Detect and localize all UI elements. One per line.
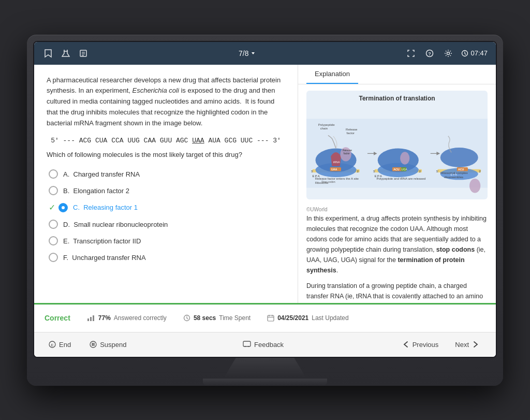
last-updated-date: 04/25/2021	[277, 314, 308, 322]
suspend-label: Suspend	[100, 341, 126, 349]
svg-text:Ribosome: Ribosome	[315, 181, 329, 184]
option-c-label: C. Releasing factor 1	[73, 204, 138, 211]
svg-rect-56	[268, 315, 274, 321]
svg-point-46	[469, 179, 480, 193]
svg-text:3′: 3′	[357, 169, 359, 172]
stop-codons-bold: stop codons	[436, 246, 475, 253]
date-stat: 04/25/2021 Last Updated	[267, 314, 348, 322]
next-button[interactable]: Next	[449, 338, 485, 352]
svg-rect-53	[90, 317, 92, 321]
top-bar: 7/8 ?	[34, 42, 496, 65]
option-d-label: D. Small nuclear ribonucleoprotein	[63, 221, 168, 228]
svg-text:UAA: UAA	[331, 168, 337, 171]
monitor-stand	[224, 358, 306, 379]
progress-indicator[interactable]: 7/8	[239, 49, 256, 57]
svg-rect-63	[92, 343, 93, 346]
radio-f[interactable]	[49, 253, 58, 262]
radio-e[interactable]	[49, 236, 58, 245]
fullscreen-icon[interactable]	[405, 48, 417, 59]
svg-rect-65	[243, 341, 251, 346]
settings-icon[interactable]	[443, 48, 454, 59]
svg-text:ACU: ACU	[393, 168, 400, 171]
nav-left: E End Suspend	[45, 339, 130, 351]
status-bar: Correct 77% Answered correctly 58 secs T…	[34, 303, 496, 332]
svg-rect-54	[93, 315, 94, 321]
timer: 07:47	[461, 49, 488, 57]
option-d[interactable]: D. Small nuclear ribonucleoprotein	[47, 216, 285, 233]
option-b[interactable]: B. Elongation factor 2	[47, 182, 285, 199]
svg-text:3′: 3′	[479, 169, 481, 172]
time-label: Time Spent	[219, 314, 251, 322]
notes-icon[interactable]	[78, 48, 89, 59]
svg-text:tRNA: tRNA	[333, 160, 340, 163]
previous-button[interactable]: Previous	[396, 338, 445, 352]
explanation-text-block: In this experiment, a drug affects prote…	[306, 213, 488, 303]
option-e-label: E. Transcription factor IID	[63, 237, 141, 245]
passage-text: A pharmaceutical researcher develops a n…	[47, 75, 285, 129]
option-a-label: A. Charged transfer RNA	[63, 170, 140, 178]
progress-text: 7/8	[239, 49, 248, 57]
option-a[interactable]: A. Charged transfer RNA	[47, 166, 285, 182]
previous-label: Previous	[413, 341, 439, 349]
option-e[interactable]: E. Transcription factor IID	[47, 233, 285, 249]
svg-text:Release: Release	[343, 149, 352, 151]
option-f-label: F. Uncharged transfer RNA	[63, 254, 146, 262]
toolbar-left	[42, 48, 89, 59]
diagram-container: Termination of translation Polypeptide c…	[306, 91, 488, 199]
last-updated-label: Last Updated	[312, 314, 348, 322]
svg-point-62	[90, 341, 96, 347]
radio-a[interactable]	[49, 169, 58, 179]
explanation-panel: Explanation Termination of translation P…	[298, 65, 496, 303]
svg-text:factor: factor	[347, 131, 355, 135]
highlighted-codon: UAA	[192, 137, 204, 144]
svg-text:factor: factor	[344, 152, 350, 154]
svg-text:UGA: UGA	[401, 168, 407, 171]
svg-text:Polypeptide and tRNA are relea: Polypeptide and tRNA are released	[376, 177, 425, 180]
screen: 7/8 ?	[33, 41, 497, 358]
time-stat: 58 secs Time Spent	[183, 314, 251, 322]
checkmark-icon: ✓	[49, 202, 55, 212]
toolbar-right: ? 07:47	[405, 48, 488, 59]
option-c[interactable]: ✓ C. Releasing factor 1	[47, 199, 285, 216]
svg-text:?: ?	[429, 51, 432, 56]
svg-rect-52	[87, 318, 89, 321]
explanation-content: Termination of translation Polypeptide c…	[298, 84, 496, 303]
question-stem: Which of following molecules is the most…	[47, 151, 285, 158]
feedback-button[interactable]: Feedback	[243, 341, 284, 349]
svg-text:chain: chain	[320, 126, 328, 129]
svg-text:3′: 3′	[419, 169, 421, 172]
feedback-label: Feedback	[254, 341, 284, 349]
bookmark-icon[interactable]	[42, 48, 54, 59]
main-content: A pharmaceutical researcher develops a n…	[34, 65, 496, 303]
next-label: Next	[455, 341, 469, 349]
tab-explanation[interactable]: Explanation	[306, 65, 358, 84]
nav-right: Previous Next	[396, 338, 485, 352]
explanation-p2: During translation of a growing peptide …	[306, 282, 487, 303]
option-b-label: B. Elongation factor 2	[63, 187, 129, 195]
question-panel: A pharmaceutical researcher develops a n…	[34, 65, 298, 303]
radio-b[interactable]	[49, 186, 58, 195]
monitor-base	[203, 379, 327, 386]
radio-d[interactable]	[49, 220, 58, 229]
end-label: End	[59, 341, 71, 349]
svg-text:Ribosomal complex: Ribosomal complex	[440, 170, 468, 174]
svg-point-40	[440, 147, 478, 167]
svg-point-30	[400, 152, 409, 164]
answered-label: Answered correctly	[114, 314, 167, 322]
suspend-button[interactable]: Suspend	[85, 339, 130, 351]
help-icon[interactable]: ?	[424, 48, 435, 59]
diagram-title: Termination of translation	[306, 91, 488, 104]
codon-sequence: 5′ --- ACG CUA CCA UUG CAA GUU AGC UAA A…	[47, 137, 285, 144]
svg-text:disassembles: disassembles	[444, 175, 463, 178]
svg-text:5′: 5′	[373, 169, 375, 172]
lab-icon[interactable]	[60, 48, 71, 59]
svg-text:5′: 5′	[311, 169, 313, 172]
option-f[interactable]: F. Uncharged transfer RNA	[47, 249, 285, 266]
nav-bar: E End Suspend	[34, 332, 496, 357]
radio-c[interactable]	[58, 203, 68, 212]
svg-text:E: E	[51, 343, 53, 347]
correct-label: Correct	[45, 314, 70, 322]
answered-pct: 77%	[98, 314, 111, 322]
svg-point-7	[447, 52, 450, 54]
end-button[interactable]: E End	[45, 339, 75, 351]
